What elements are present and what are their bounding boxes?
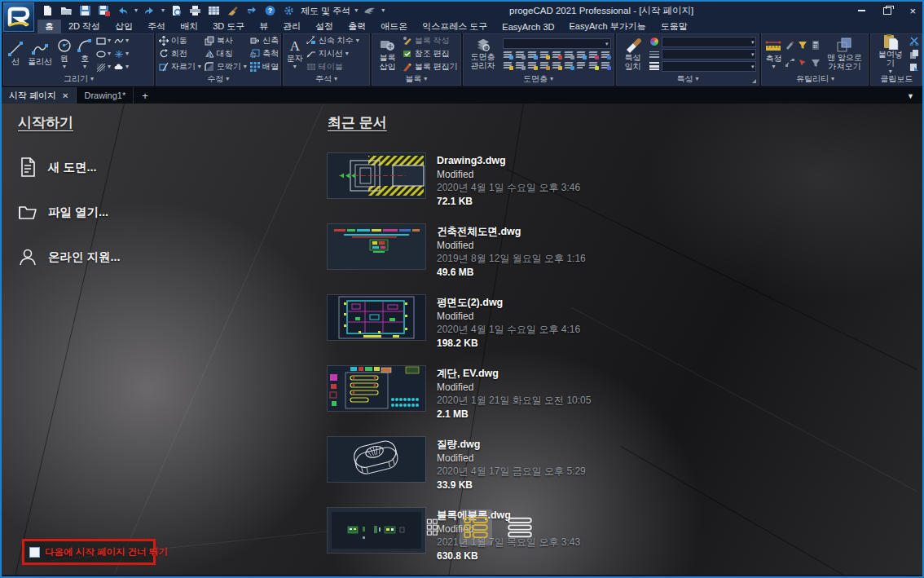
bring-to-front-tool[interactable]: 맨 앞으로 가져오기 <box>823 37 865 72</box>
tab-easyarch-3d[interactable]: EasyArch 3D <box>495 20 561 33</box>
clean-brush-icon[interactable] <box>226 4 240 17</box>
fillet-tool[interactable]: 모깍기▾ <box>205 61 247 73</box>
doc-thumbnail[interactable] <box>328 437 425 482</box>
tab-manage[interactable]: 관리 <box>275 20 308 33</box>
tab-layout[interactable]: 배치 <box>173 20 205 33</box>
save-as-icon[interactable] <box>97 4 111 17</box>
thumbnail-list-view-button[interactable] <box>460 510 492 545</box>
undo-dropdown-icon[interactable]: ▾ <box>134 7 138 14</box>
online-support-link[interactable]: 온라인 지원... <box>18 247 121 267</box>
recent-doc-item[interactable]: 계단, EV.dwg Modified 2020년 1월 21일 화요일 오전 … <box>328 366 591 421</box>
doc-thumbnail[interactable] <box>328 295 425 340</box>
recent-doc-item[interactable]: 질량.dwg Modified 2020년 4월 17일 금요일 오후 5:29… <box>328 437 591 492</box>
undo-icon[interactable] <box>116 4 130 17</box>
linetype-combo[interactable]: ▾ <box>662 49 757 60</box>
print-icon[interactable] <box>188 4 202 17</box>
quick-dimension-tool[interactable]: 신속 치수▾ <box>306 35 359 47</box>
print-preview-icon[interactable] <box>169 4 183 17</box>
color-combo[interactable]: ▾ <box>662 37 757 47</box>
recent-doc-item[interactable]: 평면도(2).dwg Modified 2020년 4월 1일 수요일 오후 4… <box>328 295 591 350</box>
filter-funnel-icon[interactable] <box>811 55 821 70</box>
doc-thumbnail[interactable] <box>328 224 425 269</box>
properties-expander-icon[interactable] <box>752 79 756 83</box>
text-tool[interactable]: A 문자▾ <box>286 38 304 70</box>
panel-utility-label[interactable]: 유틸리티▾ <box>762 73 868 85</box>
circle-tool[interactable]: 원▾ <box>55 38 73 70</box>
workspace-selector[interactable]: 제도 및 주석 ▾ <box>301 5 358 17</box>
rotate-tool[interactable]: 회전 <box>159 48 201 60</box>
panel-annotate-label[interactable]: 주석▾ <box>284 73 369 85</box>
tab-3d-tools[interactable]: 3D 도구 <box>205 20 252 33</box>
create-block-tool[interactable]: 블록 작성 <box>403 35 458 47</box>
details-list-view-button[interactable] <box>504 510 536 545</box>
panel-clipboard-label[interactable]: 클립보드 <box>871 73 922 85</box>
id-point-icon[interactable] <box>785 38 794 52</box>
tab-help[interactable]: 도움말 <box>653 20 695 33</box>
tab-express-tools[interactable]: 익스프레스 도구 <box>415 20 495 33</box>
panel-draw-label[interactable]: 그리기▾ <box>4 73 153 85</box>
recent-doc-item[interactable]: Drawing3.dwg Modified 2020년 4월 1일 수요일 오후… <box>328 153 591 208</box>
spline-icon[interactable]: ▾ <box>114 35 129 47</box>
redo-icon[interactable] <box>143 4 156 17</box>
close-tab-icon[interactable]: ✕ <box>62 91 68 100</box>
open-file-link[interactable]: 파일 열기... <box>18 202 121 222</box>
progecad-logo[interactable] <box>3 2 34 32</box>
minimize-button[interactable] <box>858 10 865 11</box>
small-icons-view-button[interactable] <box>416 510 448 545</box>
scale-tool[interactable]: 축척 <box>250 48 280 60</box>
tab-insert[interactable]: 삽입 <box>108 20 140 33</box>
paste-special-icon[interactable] <box>909 61 919 73</box>
panel-block-label[interactable]: 블록▾ <box>372 73 460 85</box>
select-point-icon[interactable] <box>798 55 807 70</box>
qat-overflow-icon[interactable]: ▾ <box>381 7 385 14</box>
skip-start-page-checkbox[interactable] <box>29 547 40 558</box>
tab-view[interactable]: 뷰 <box>252 20 275 33</box>
stretch-tool[interactable]: 신축 <box>250 35 280 47</box>
line-tool[interactable]: 선 <box>7 41 24 67</box>
layer-manager-tool[interactable]: 도면층 관리자 <box>466 38 500 71</box>
point-icon[interactable]: ▾ <box>114 48 129 60</box>
tab-annotate[interactable]: 주석 <box>140 20 173 33</box>
ellipse-icon[interactable]: ▾ <box>96 48 111 60</box>
tab-output[interactable]: 출력 <box>341 20 373 33</box>
panel-properties-label[interactable]: 특성▾ <box>617 73 759 85</box>
arc-tool[interactable]: 호▾ <box>76 38 94 70</box>
layer-tools-row-1[interactable] <box>503 51 611 60</box>
measure-tool[interactable]: 측정▾ <box>764 38 782 70</box>
new-tab-button[interactable]: + <box>134 87 156 104</box>
sync-icon[interactable] <box>244 4 258 17</box>
polyline-tool[interactable]: 폴리선 <box>27 41 53 67</box>
block-editor-tool[interactable]: 블록 편집기 <box>403 61 458 73</box>
copy-clipboard-icon[interactable] <box>909 48 919 60</box>
layer-select-combo[interactable]: ▾ <box>503 38 611 49</box>
copy-tool[interactable]: 복사 <box>205 35 247 47</box>
layer-tools-row-2[interactable] <box>503 61 611 70</box>
insert-block-tool[interactable]: 블록삽입 <box>375 37 400 72</box>
close-button[interactable]: × <box>909 6 916 16</box>
new-drawing-link[interactable]: 새 도면... <box>18 157 121 177</box>
sheet-icon[interactable] <box>207 4 221 17</box>
match-properties-tool[interactable]: 특성 일치 <box>619 37 647 72</box>
tab-settings[interactable]: 설정 <box>308 20 341 33</box>
move-tool[interactable]: 이동 <box>159 35 201 47</box>
panel-layer-label[interactable]: 도면층▾ <box>464 73 614 85</box>
tab-home[interactable]: 홈 <box>37 20 61 33</box>
help-icon[interactable]: ? <box>263 4 277 17</box>
rectangle-icon[interactable]: ▾ <box>96 35 111 47</box>
hatch-icon[interactable]: ▾ <box>96 61 111 73</box>
mirror-tool[interactable]: 대칭 <box>205 48 247 60</box>
panel-modify-label[interactable]: 수정▾ <box>156 73 280 85</box>
eagle-icon[interactable] <box>363 4 376 17</box>
doc-tab-drawing1[interactable]: Drawing1* <box>77 87 134 104</box>
array-tool[interactable]: 배열▾ <box>250 61 280 73</box>
tab-addon[interactable]: 애드온 <box>373 20 415 33</box>
tab-easyarch-addon[interactable]: EasyArch 부가기능 <box>562 20 653 33</box>
cut-icon[interactable] <box>909 35 919 47</box>
open-icon[interactable] <box>59 4 73 17</box>
doc-thumbnail[interactable] <box>328 153 425 198</box>
lineweight-combo[interactable]: ▾ <box>662 61 757 72</box>
calculator-icon[interactable] <box>811 38 821 52</box>
recent-doc-item[interactable]: 건축전체도면.dwg Modified 2019년 8월 12일 월요일 오후 … <box>328 224 591 279</box>
table-tool[interactable]: 테이블 <box>306 61 359 73</box>
new-icon[interactable] <box>41 4 55 17</box>
